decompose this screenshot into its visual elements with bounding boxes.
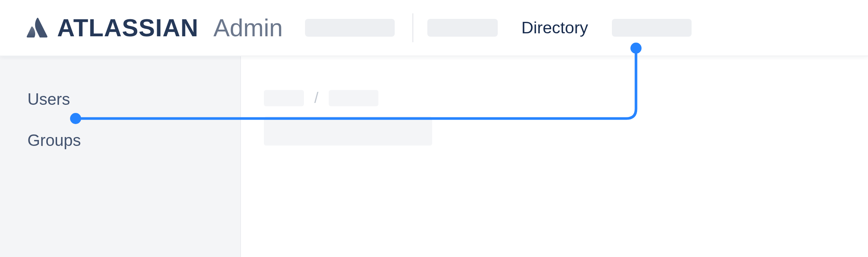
brand-name: ATLASSIAN: [57, 14, 199, 42]
brand-block: ATLASSIAN Admin: [26, 14, 283, 42]
sidebar-item-users[interactable]: Users: [27, 90, 240, 109]
breadcrumb-placeholder-2[interactable]: [329, 90, 378, 106]
brand-sub: Admin: [213, 14, 283, 42]
nav-placeholder-2[interactable]: [427, 19, 498, 37]
nav-placeholder-3[interactable]: [612, 19, 692, 37]
breadcrumb-placeholder-1[interactable]: [264, 90, 304, 106]
breadcrumb-separator: /: [314, 90, 318, 106]
sidebar: Users Groups: [0, 56, 241, 257]
nav-placeholder-1[interactable]: [305, 19, 395, 37]
top-navigation-bar: ATLASSIAN Admin Directory: [0, 0, 868, 56]
atlassian-logo-icon: [26, 17, 48, 39]
breadcrumb: /: [264, 90, 868, 106]
nav-link-directory[interactable]: Directory: [521, 18, 588, 37]
nav-divider: [413, 13, 413, 42]
sidebar-item-groups[interactable]: Groups: [27, 131, 240, 150]
page-title-placeholder: [264, 117, 432, 146]
top-nav-links: Directory: [305, 13, 692, 42]
main-content: /: [241, 56, 868, 257]
